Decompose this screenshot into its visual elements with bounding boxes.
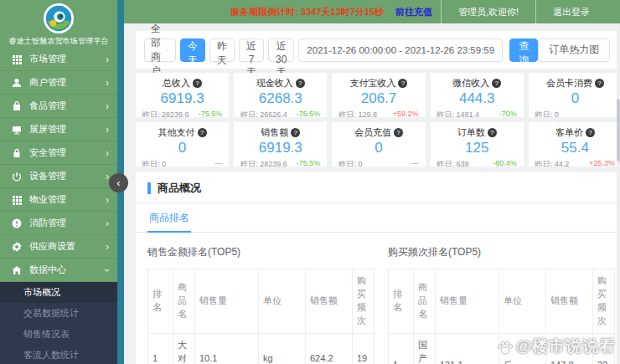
quick-range-yesterday[interactable]: 昨天 bbox=[209, 38, 235, 62]
stat-value: 0 bbox=[529, 90, 620, 107]
quick-range-today[interactable]: 今天 bbox=[180, 38, 205, 62]
stat-delta: -75.5% bbox=[199, 110, 223, 117]
submenu-item-visitor-stats[interactable]: 客流人数统计 bbox=[0, 345, 117, 364]
chevron-right-icon: › bbox=[106, 148, 109, 158]
lock-icon bbox=[12, 148, 22, 158]
sidebar-item-market[interactable]: 市场管理 › bbox=[0, 48, 117, 71]
sidebar-item-device[interactable]: 设备管理 › bbox=[0, 165, 117, 188]
goods-tab-row: 商品排名 bbox=[136, 203, 618, 233]
sidebar-item-label: 安全管理 bbox=[29, 146, 66, 159]
bag-icon bbox=[12, 101, 22, 111]
stat-yesterday: 昨日: 28239.6 bbox=[240, 159, 287, 167]
sidebar-item-security[interactable]: 安全管理 › bbox=[0, 141, 117, 165]
help-icon[interactable]: ? bbox=[398, 79, 407, 88]
stat-delta: +25.3% bbox=[589, 159, 615, 167]
sidebar-item-label: 物业管理 bbox=[29, 193, 66, 206]
sidebar-collapse-button[interactable]: ‹ bbox=[109, 173, 128, 192]
help-icon[interactable]: ? bbox=[291, 128, 300, 137]
help-icon[interactable]: ? bbox=[198, 128, 207, 137]
stat-card-cash-income: 现金收入? 6268.3 昨日: 26626.4-76.5% bbox=[234, 73, 327, 117]
quick-range-30days[interactable]: 近30天 bbox=[268, 38, 294, 62]
sidebar-item-merchant[interactable]: 商户管理 › bbox=[0, 71, 117, 95]
stat-yesterday: 昨日: 28239.6 bbox=[142, 110, 189, 117]
sidebar-item-food[interactable]: 食品管理 › bbox=[0, 95, 117, 118]
help-icon[interactable]: ? bbox=[193, 79, 202, 88]
logout-button[interactable]: 退出登录 bbox=[535, 0, 607, 23]
scrollbar-thumb[interactable] bbox=[617, 99, 620, 161]
col-product: 商品名 bbox=[173, 269, 195, 334]
help-icon[interactable]: ? bbox=[394, 128, 403, 137]
recharge-link[interactable]: 前往充值 bbox=[395, 6, 432, 18]
sidebar-item-label: 市场管理 bbox=[29, 53, 66, 65]
submenu-item-sales-report[interactable]: 销售情况表 bbox=[0, 324, 117, 345]
home-icon bbox=[12, 265, 22, 275]
power-icon bbox=[12, 172, 22, 182]
sidebar-item-datacenter[interactable]: 数据中心 › bbox=[0, 259, 117, 282]
sales-amount-ranking-table: 排名 商品名 销售量 单位 销售额 购买频次 1 大对虾 10.1 kg 624… bbox=[147, 269, 375, 364]
table-header-row: 排名 商品名 销售量 单位 销售额 购买频次 bbox=[148, 269, 375, 334]
col-unit: 单位 bbox=[499, 269, 546, 334]
stat-yesterday: 昨日: 0 bbox=[535, 110, 559, 117]
sidebar-item-screen[interactable]: 展屏管理 › bbox=[0, 118, 117, 141]
submenu-item-transaction-stats[interactable]: 交易数据统计 bbox=[0, 303, 117, 324]
merchant-select[interactable]: 全部商户 bbox=[144, 38, 176, 62]
quick-range-7days[interactable]: 近7天 bbox=[239, 38, 264, 62]
stat-label: 客单价 bbox=[555, 127, 583, 137]
sidebar-item-label: 消防管理 bbox=[29, 217, 66, 229]
sidebar-item-label: 设备管理 bbox=[29, 170, 66, 182]
order-heatmap-button[interactable]: 订单热力图 bbox=[538, 38, 610, 62]
stat-value: 6268.3 bbox=[234, 90, 327, 107]
col-rank: 排名 bbox=[148, 269, 173, 334]
topbar: 服务期限倒计时: 3347天13时7分15秒 前往充值 管理员,欢迎你! 退出登… bbox=[124, 0, 620, 23]
stat-delta: +59.2% bbox=[393, 110, 419, 117]
stat-delta: — bbox=[214, 159, 222, 167]
stat-yesterday: 昨日: 1481.4 bbox=[437, 110, 480, 117]
stat-label: 销售额 bbox=[261, 127, 288, 137]
submenu-item-market-overview[interactable]: 市场概况 bbox=[0, 282, 117, 303]
sidebar-item-label: 食品管理 bbox=[29, 100, 66, 112]
help-icon[interactable]: ? bbox=[595, 79, 604, 88]
sidebar-item-supplier[interactable]: 供应商设置 › bbox=[0, 235, 117, 259]
stat-delta: -80.4% bbox=[493, 159, 517, 167]
help-icon[interactable]: ? bbox=[488, 128, 497, 137]
sidebar-item-property[interactable]: 物业管理 › bbox=[0, 188, 117, 212]
stat-delta: -76.5% bbox=[297, 110, 321, 117]
help-icon[interactable]: ? bbox=[296, 79, 305, 88]
date-range-input[interactable]: 2021-12-26 00:00:00 - 2021-12-26 23:59:5… bbox=[298, 38, 503, 62]
col-freq: 购买频次 bbox=[593, 269, 615, 334]
search-button[interactable]: 查询 bbox=[509, 38, 538, 62]
sidebar-item-fire[interactable]: 消防管理 › bbox=[0, 212, 117, 235]
grid-icon bbox=[12, 54, 22, 64]
sidebar: 睿途士智慧农贸市场管理平台 市场管理 › 商户管理 › 食品管理 › 展屏管理 … bbox=[0, 0, 117, 364]
gear-icon bbox=[12, 242, 22, 252]
section-accent-bar bbox=[147, 182, 151, 194]
stat-value: 55.4 bbox=[529, 140, 620, 156]
stat-label: 其他支付 bbox=[158, 127, 195, 137]
help-icon[interactable]: ? bbox=[586, 128, 595, 137]
col-amount: 销售额 bbox=[546, 269, 593, 334]
stat-value: 6919.3 bbox=[136, 90, 229, 107]
grid-icon bbox=[12, 195, 22, 205]
watermark-text: @楼市说说看 bbox=[515, 336, 616, 357]
chevron-right-icon: › bbox=[106, 78, 109, 88]
stat-delta: -75.5% bbox=[297, 159, 321, 167]
chevron-right-icon: › bbox=[106, 195, 109, 205]
user-icon bbox=[12, 78, 22, 88]
stat-card-other-payment: 其他支付? 0 昨日: 0— bbox=[136, 122, 229, 167]
stat-delta: — bbox=[411, 159, 419, 167]
col-freq: 购买频次 bbox=[353, 269, 375, 334]
chevron-right-icon: › bbox=[106, 218, 109, 228]
stat-card-avg-order-value: 客单价? 55.4 昨日: 44.2+25.3% bbox=[529, 122, 620, 167]
chevron-right-icon: › bbox=[106, 101, 109, 111]
chevron-right-icon: › bbox=[106, 54, 109, 64]
sidebar-item-label: 商户管理 bbox=[29, 76, 66, 89]
stat-value: 0 bbox=[136, 140, 229, 156]
stat-label: 微信收入 bbox=[452, 78, 489, 88]
stat-label: 订单数 bbox=[457, 127, 485, 137]
col-qty: 销售量 bbox=[436, 269, 499, 334]
stat-label: 会员充值 bbox=[354, 127, 391, 137]
stat-card-order-count: 订单数? 125 昨日: 639-80.4% bbox=[431, 122, 524, 167]
help-icon[interactable]: ? bbox=[492, 79, 501, 88]
tab-goods-ranking[interactable]: 商品排名 bbox=[147, 203, 191, 233]
stat-value: 206.7 bbox=[332, 90, 425, 107]
